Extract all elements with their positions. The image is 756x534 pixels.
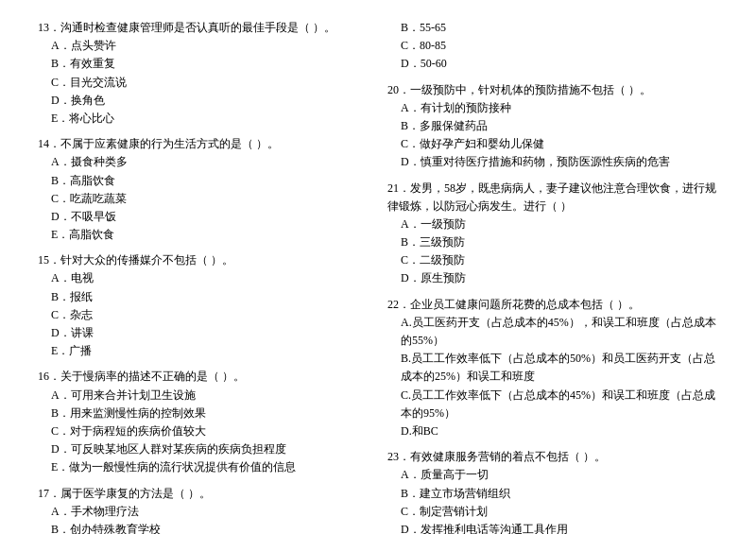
question-block-q15: 15．针对大众的传播媒介不包括（ ）。A．电视B．报纸C．杂志D．讲课E．广播 xyxy=(38,251,369,360)
question-title-q17: 17．属于医学康复的方法是（ ）。 xyxy=(38,485,369,503)
question-block-q21: 21．发男，58岁，既患病病人，妻子建议他注意合理饮食，进行规律锻炼，以防冠心病… xyxy=(387,180,718,288)
option-q20-1: B．多服保健药品 xyxy=(387,117,718,135)
question-block-q19b: B．55-65C．80-85D．50-60 xyxy=(387,19,718,74)
option-q14-0: A．摄食种类多 xyxy=(38,153,369,171)
option-q17-1: B．创办特殊教育学校 xyxy=(38,521,369,534)
option-q21-1: B．三级预防 xyxy=(387,233,718,251)
right-column: B．55-65C．80-85D．50-6020．一级预防中，针对机体的预防措施不… xyxy=(387,19,718,534)
left-column: 13．沟通时检查健康管理师是否认真听的最佳手段是（ ）。A．点头赞许B．有效重复… xyxy=(38,19,369,534)
option-q13-3: D．换角色 xyxy=(38,92,369,110)
option-q16-1: B．用来监测慢性病的控制效果 xyxy=(38,405,369,422)
option-q14-1: B．高脂饮食 xyxy=(38,172,369,190)
option-q20-2: C．做好孕产妇和婴幼儿保健 xyxy=(387,135,718,153)
option-q20-3: D．慎重对待医疗措施和药物，预防医源性疾病的危害 xyxy=(387,153,718,171)
option-q20-0: A．有计划的预防接种 xyxy=(387,99,718,117)
option-q19b-2: D．50-60 xyxy=(387,55,718,73)
option-q21-0: A．一级预防 xyxy=(387,215,718,233)
question-block-q13: 13．沟通时检查健康管理师是否认真听的最佳手段是（ ）。A．点头赞许B．有效重复… xyxy=(38,19,369,128)
option-q16-4: E．做为一般慢性病的流行状况提供有价值的信息 xyxy=(38,458,369,476)
option-q16-3: D．可反映某地区人群对某疾病的疾病负担程度 xyxy=(38,440,369,458)
option-q23-3: D．发挥推利电话等沟通工具作用 xyxy=(387,521,718,534)
option-q13-4: E．将心比心 xyxy=(38,110,369,128)
option-q22-1: B.员工工作效率低下（占总成本的50%）和员工医药开支（占总成本的25%）和误工… xyxy=(387,350,718,386)
option-q14-2: C．吃蔬吃蔬菜 xyxy=(38,190,369,208)
option-q21-2: C．二级预防 xyxy=(387,251,718,269)
option-q13-2: C．目光交流说 xyxy=(38,74,369,92)
option-q19b-1: C．80-85 xyxy=(387,37,718,55)
question-title-q13: 13．沟通时检查健康管理师是否认真听的最佳手段是（ ）。 xyxy=(38,19,369,37)
question-block-q17: 17．属于医学康复的方法是（ ）。A．手术物理疗法B．创办特殊教育学校C．职业咨… xyxy=(38,485,369,535)
question-title-q21: 21．发男，58岁，既患病病人，妻子建议他注意合理饮食，进行规律锻炼，以防冠心病… xyxy=(387,180,718,215)
option-q15-2: C．杂志 xyxy=(38,306,369,324)
option-q15-4: E．广播 xyxy=(38,342,369,360)
question-title-q22: 22．企业员工健康问题所花费的总成本包括（ ）。 xyxy=(387,296,718,314)
option-q15-1: B．报纸 xyxy=(38,288,369,306)
option-q15-3: D．讲课 xyxy=(38,324,369,342)
question-block-q20: 20．一级预防中，针对机体的预防措施不包括（ ）。A．有计划的预防接种B．多服保… xyxy=(387,81,718,172)
question-block-q23: 23．有效健康服务营销的着点不包括（ ）。A．质量高于一切B．建立市场营销组织C… xyxy=(387,448,718,534)
option-q23-0: A．质量高于一切 xyxy=(387,466,718,484)
page-content: 13．沟通时检查健康管理师是否认真听的最佳手段是（ ）。A．点头赞许B．有效重复… xyxy=(38,19,718,534)
option-q15-0: A．电视 xyxy=(38,269,369,287)
option-q13-0: A．点头赞许 xyxy=(38,37,369,55)
option-q23-1: B．建立市场营销组织 xyxy=(387,485,718,503)
option-q16-0: A．可用来合并计划卫生设施 xyxy=(38,387,369,405)
option-q14-4: E．高脂饮食 xyxy=(38,226,369,244)
option-q21-3: D．原生预防 xyxy=(387,269,718,287)
option-q19b-0: B．55-65 xyxy=(387,19,718,37)
question-block-q22: 22．企业员工健康问题所花费的总成本包括（ ）。A.员工医药开支（占总成本的45… xyxy=(387,296,718,441)
question-block-q14: 14．不属于应素健康的行为生活方式的是（ ）。A．摄食种类多B．高脂饮食C．吃蔬… xyxy=(38,135,369,244)
question-title-q15: 15．针对大众的传播媒介不包括（ ）。 xyxy=(38,251,369,269)
option-q14-3: D．不吸早饭 xyxy=(38,208,369,226)
option-q23-2: C．制定营销计划 xyxy=(387,503,718,521)
question-title-q14: 14．不属于应素健康的行为生活方式的是（ ）。 xyxy=(38,135,369,153)
option-q17-0: A．手术物理疗法 xyxy=(38,503,369,521)
option-q22-3: D.和BC xyxy=(387,422,718,440)
question-title-q20: 20．一级预防中，针对机体的预防措施不包括（ ）。 xyxy=(387,81,718,99)
question-title-q23: 23．有效健康服务营销的着点不包括（ ）。 xyxy=(387,448,718,466)
option-q22-0: A.员工医药开支（占总成本的45%），和误工和班度（占总成本的55%） xyxy=(387,314,718,350)
question-title-q16: 16．关于慢病率的描述不正确的是（ ）。 xyxy=(38,368,369,386)
option-q22-2: C.员工工作效率低下（占总成本的45%）和误工和班度（占总成本的95%） xyxy=(387,387,718,422)
option-q16-2: C．对于病程短的疾病价值较大 xyxy=(38,422,369,440)
option-q13-1: B．有效重复 xyxy=(38,55,369,73)
question-block-q16: 16．关于慢病率的描述不正确的是（ ）。A．可用来合并计划卫生设施B．用来监测慢… xyxy=(38,368,369,476)
